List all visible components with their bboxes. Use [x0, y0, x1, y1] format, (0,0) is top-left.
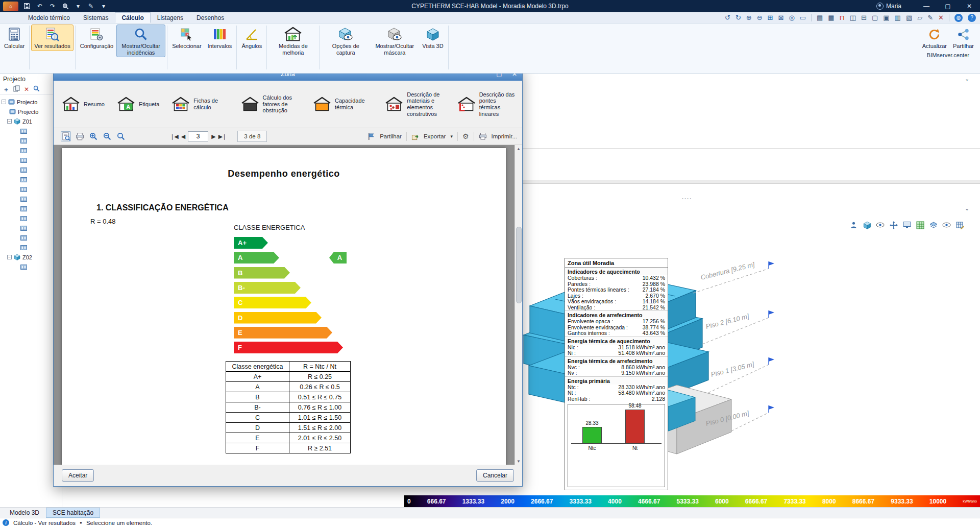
- zoom-extents-icon[interactable]: ⊠: [778, 14, 784, 21]
- zoom-out-icon[interactable]: [102, 131, 112, 141]
- scrollbar-thumb[interactable]: [516, 227, 522, 303]
- save-icon[interactable]: [23, 2, 31, 10]
- tree-node-z01[interactable]: −Z01: [0, 116, 62, 126]
- ribbon-button-mostrar-ocultar-incid-ncias[interactable]: Mostrar/Ocultar incidências: [116, 25, 165, 57]
- last-page-icon[interactable]: ▶❘: [218, 133, 227, 140]
- ribbon-button-intervalos[interactable]: Intervalos: [205, 25, 235, 51]
- ribbon-tab-sistemas[interactable]: Sistemas: [77, 12, 115, 23]
- ribbon-button-configura-o[interactable]: Configuração: [77, 25, 116, 51]
- ribbon-tab-desenhos[interactable]: Desenhos: [190, 12, 231, 23]
- user-account[interactable]: Maria: [876, 3, 901, 10]
- share-button[interactable]: Partilhar: [380, 133, 402, 139]
- tree-node-z01-child[interactable]: [0, 136, 62, 146]
- view-tab-modelo-3d[interactable]: Modelo 3D: [3, 508, 46, 518]
- view-tab-sce-habita-o[interactable]: SCE habitação: [46, 508, 100, 518]
- vertical-scrollbar[interactable]: ▲ ▼: [514, 145, 522, 465]
- close-button[interactable]: ✕: [960, 0, 979, 12]
- ribbon-button--ngulos[interactable]: Ângulos: [238, 25, 265, 51]
- edit-icon[interactable]: ✎: [927, 14, 933, 21]
- tree-toggle[interactable]: −: [2, 100, 6, 104]
- ribbon-button-op-es-de-captura[interactable]: Opções de captura: [321, 25, 370, 57]
- tree-node-z01-child[interactable]: [0, 204, 62, 213]
- window-cascade-icon[interactable]: ⊟: [861, 14, 867, 21]
- rows-icon[interactable]: ▥: [895, 14, 901, 21]
- tree-node-z01-child[interactable]: [0, 126, 62, 136]
- delete-icon[interactable]: ✕: [24, 86, 29, 92]
- print-button[interactable]: Imprimir...: [492, 133, 517, 139]
- zoom-icon[interactable]: [116, 131, 126, 141]
- window-split-icon[interactable]: ◫: [850, 14, 856, 21]
- window-box-icon[interactable]: ▢: [872, 14, 878, 21]
- page-preview-icon[interactable]: [61, 131, 71, 141]
- tree-node-z01-child[interactable]: [0, 175, 62, 184]
- dropdown-caret-icon[interactable]: ▾: [74, 2, 82, 10]
- add-icon[interactable]: ＋: [3, 86, 9, 92]
- zoom-in-icon[interactable]: ⊕: [746, 14, 752, 21]
- minimize-button[interactable]: —: [917, 0, 936, 12]
- frame-view-icon[interactable]: ▭: [800, 14, 806, 21]
- zoom-window-icon[interactable]: ⊞: [768, 14, 773, 21]
- dialog-toolbar-fichas[interactable]: Fichas de cálculo: [172, 97, 228, 112]
- dialog-toolbar-obstrucao[interactable]: Cálculo dos fatores de obstrução: [241, 94, 301, 114]
- ribbon-button-calcular[interactable]: Calcular: [1, 25, 28, 51]
- undo-icon[interactable]: ↶: [36, 2, 44, 10]
- redo-icon[interactable]: ↷: [48, 2, 57, 10]
- prev-page-icon[interactable]: ◀: [181, 133, 185, 140]
- export-button[interactable]: Exportar: [424, 133, 446, 139]
- dialog-toolbar-resumo[interactable]: Resumo: [62, 97, 105, 112]
- accept-button[interactable]: Aceitar: [62, 469, 94, 482]
- dialog-toolbar-pontes[interactable]: Descrição das pontes térmicas lineares: [457, 91, 517, 117]
- tree-node-z01-child[interactable]: [0, 155, 62, 165]
- viewer-settings-icon[interactable]: ⚙: [462, 132, 469, 140]
- print-setup-icon[interactable]: [75, 131, 85, 141]
- first-page-icon[interactable]: ❘◀: [170, 133, 178, 140]
- tree-node-z01-child[interactable]: [0, 194, 62, 204]
- search-icon[interactable]: [61, 2, 69, 10]
- zoom-in-icon[interactable]: [88, 131, 99, 141]
- dialog-toolbar-materiais[interactable]: Descrição de materiais e elementos const…: [385, 91, 445, 117]
- zoom-out-icon[interactable]: ⊖: [757, 14, 763, 21]
- tree-node-z01-child[interactable]: [0, 233, 62, 243]
- ribbon-tab-c-lculo[interactable]: Cálculo: [115, 12, 150, 23]
- help-icon[interactable]: ?: [968, 14, 976, 22]
- maximize-button[interactable]: ▢: [938, 0, 958, 12]
- cancel-button[interactable]: Cancelar: [476, 469, 514, 482]
- ribbon-button-vista-3d[interactable]: Vista 3D: [419, 25, 446, 51]
- orbit-left-icon[interactable]: ↺: [725, 14, 730, 21]
- ribbon-tab-modelo-t-rmico[interactable]: Modelo térmico: [21, 12, 77, 23]
- scroll-up-icon[interactable]: ▲: [517, 145, 521, 152]
- ribbon-button-partilhar[interactable]: Partilhar: [950, 25, 977, 51]
- scroll-down-icon[interactable]: ▼: [517, 458, 521, 465]
- ribbon-tab-listagens[interactable]: Listagens: [151, 12, 190, 23]
- orbit-right-icon[interactable]: ↻: [736, 14, 741, 21]
- page-number-input[interactable]: [188, 131, 208, 141]
- magnet-icon[interactable]: ⊓: [840, 14, 845, 21]
- app-logo-icon[interactable]: ⌂: [3, 2, 18, 11]
- dialog-toolbar-capacidade[interactable]: Capacidade térmica: [313, 97, 373, 112]
- ribbon-button-mostrar-ocultar-m-scara[interactable]: Mostrar/Ocultar máscara: [370, 25, 419, 57]
- hatch-icon[interactable]: ▧: [906, 14, 912, 21]
- tree-node-z01-child[interactable]: [0, 243, 62, 252]
- tree-node-z01-child[interactable]: [0, 165, 62, 175]
- dropdown-caret-icon[interactable]: ▾: [100, 2, 108, 10]
- tree-node-z01-child[interactable]: [0, 213, 62, 223]
- next-page-icon[interactable]: ▶: [211, 133, 215, 140]
- tree-node-z01-child[interactable]: [0, 223, 62, 233]
- tree-node-z02-child[interactable]: [0, 262, 62, 272]
- tree-toggle[interactable]: −: [7, 119, 12, 124]
- grid-icon[interactable]: ▦: [828, 14, 834, 21]
- ribbon-button-seleccionar[interactable]: Seleccionar: [169, 25, 204, 51]
- center-view-icon[interactable]: ◎: [789, 14, 794, 21]
- tree-node-projecto-root[interactable]: −Projecto: [0, 97, 62, 107]
- dialog-toolbar-etiqueta[interactable]: AEtiqueta: [117, 97, 159, 112]
- tree-node-z02[interactable]: −Z02: [0, 252, 62, 262]
- table-icon[interactable]: ▤: [817, 14, 823, 21]
- search-icon[interactable]: [33, 85, 40, 93]
- pencil-icon[interactable]: ✎: [87, 2, 95, 10]
- window-tile-icon[interactable]: ▣: [883, 14, 889, 21]
- ruler-icon[interactable]: ▱: [917, 14, 922, 21]
- tree-node-z01-child[interactable]: [0, 184, 62, 194]
- tree-node-z01-child[interactable]: [0, 146, 62, 155]
- copy-icon[interactable]: [13, 85, 20, 93]
- tree-node-projecto[interactable]: Projecto: [0, 107, 62, 116]
